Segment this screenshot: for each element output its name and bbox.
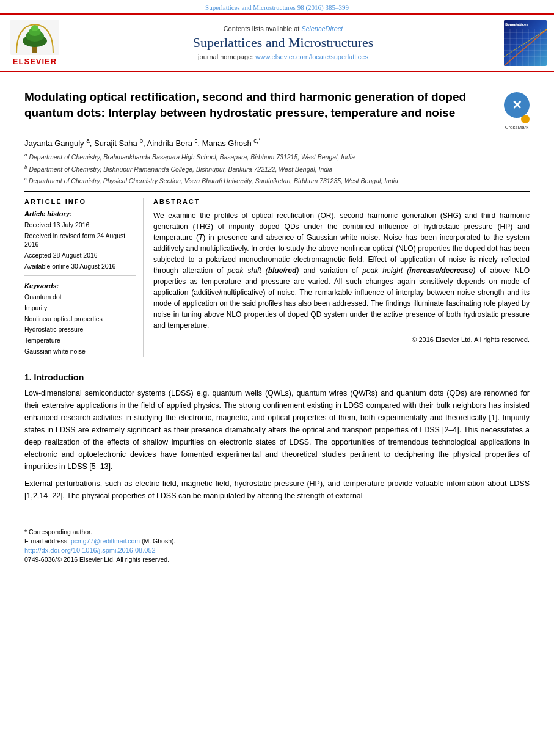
history-received: Received 13 July 2016 [24, 220, 136, 230]
crossmark-label: CrossMark [505, 125, 529, 130]
affiliation-a: a Department of Chemistry, Brahmankhanda… [24, 151, 530, 161]
abstract-column: ABSTRACT We examine the profiles of opti… [153, 198, 530, 358]
intro-paragraph-1: Low-dimensional semiconductor systems (L… [24, 387, 530, 473]
article-info-abstract-section: ARTICLE INFO Article history: Received 1… [24, 198, 530, 358]
copyright-line: © 2016 Elsevier Ltd. All rights reserved… [153, 336, 530, 343]
abstract-text: We examine the profiles of optical recti… [153, 210, 530, 331]
contents-available-line: Contents lists available at ScienceDirec… [68, 25, 498, 32]
article-info-column: ARTICLE INFO Article history: Received 1… [24, 198, 144, 358]
article-title: Modulating optical rectification, second… [24, 89, 498, 120]
keyword-2: Impurity [24, 303, 136, 313]
journal-cover-image: Superlattices [504, 20, 547, 66]
journal-reference-text: Superlattices and Microstructures 98 (20… [205, 4, 349, 11]
history-online: Available online 30 August 2016 [24, 262, 136, 271]
keyword-1: Quantum dot [24, 293, 136, 302]
keywords-title: Keywords: [24, 282, 136, 289]
divider-1 [24, 191, 530, 192]
article-info-header: ARTICLE INFO [24, 198, 136, 205]
homepage-link[interactable]: www.elsevier.com/locate/superlattices [255, 53, 368, 60]
svg-text:Superlattices: Superlattices [505, 23, 523, 27]
keyword-6: Gaussian white noise [24, 347, 136, 356]
keyword-3: Nonlinear optical properties [24, 314, 136, 324]
sciencedirect-link[interactable]: ScienceDirect [301, 25, 343, 32]
journal-title: Superlattices and Microstructures [68, 35, 498, 51]
email-link[interactable]: pcmg77@rediffmail.com [71, 537, 140, 545]
main-content: Modulating optical rectification, second… [0, 72, 554, 517]
keyword-5: Temperature [24, 336, 136, 345]
intro-paragraph-2: External perturbations, such as electric… [24, 478, 530, 502]
crossmark-badge[interactable]: ✕ CrossMark [504, 92, 530, 130]
history-revised: Received in revised form 24 August 2016 [24, 231, 136, 249]
authors-line: Jayanta Ganguly a, Surajit Saha b, Aindr… [24, 137, 530, 148]
article-title-section: Modulating optical rectification, second… [24, 89, 530, 130]
page-footer: * Corresponding author. E-mail address: … [0, 523, 554, 568]
abstract-header: ABSTRACT [153, 198, 530, 205]
page-wrapper: Superlattices and Microstructures 98 (20… [0, 0, 554, 756]
article-history-title: Article history: [24, 210, 136, 217]
keywords-divider [24, 275, 136, 276]
email-note: E-mail address: pcmg77@rediffmail.com (M… [24, 537, 530, 545]
introduction-section: 1. Introduction Low-dimensional semicond… [24, 373, 530, 502]
issn-line: 0749-6036/© 2016 Elsevier Ltd. All right… [24, 556, 530, 563]
journal-reference-bar: Superlattices and Microstructures 98 (20… [0, 0, 554, 13]
divider-2 [24, 366, 530, 366]
crossmark-circle: ✕ [504, 92, 530, 118]
introduction-title: 1. Introduction [24, 373, 530, 382]
journal-header-center: Contents lists available at ScienceDirec… [68, 25, 498, 60]
keyword-4: Hydrostatic pressure [24, 325, 136, 334]
affiliation-c: c Department of Chemistry, Physical Chem… [24, 175, 530, 185]
elsevier-logo: ELSEVIER [7, 20, 62, 66]
cover-svg: Superlattices [504, 20, 547, 66]
journal-header: ELSEVIER Contents lists available at Sci… [0, 13, 554, 72]
doi-link[interactable]: http://dx.doi.org/10.1016/j.spmi.2016.08… [24, 547, 530, 554]
elsevier-wordmark: ELSEVIER [13, 57, 57, 66]
svg-point-5 [31, 25, 38, 31]
history-accepted: Accepted 28 August 2016 [24, 251, 136, 260]
homepage-line: journal homepage: www.elsevier.com/locat… [68, 53, 498, 60]
corresponding-author-note: * Corresponding author. [24, 528, 530, 536]
affiliation-b: b Department of Chemistry, Bishnupur Ram… [24, 164, 530, 173]
cross-symbol: ✕ [512, 99, 522, 111]
elsevier-tree-icon [10, 20, 59, 55]
